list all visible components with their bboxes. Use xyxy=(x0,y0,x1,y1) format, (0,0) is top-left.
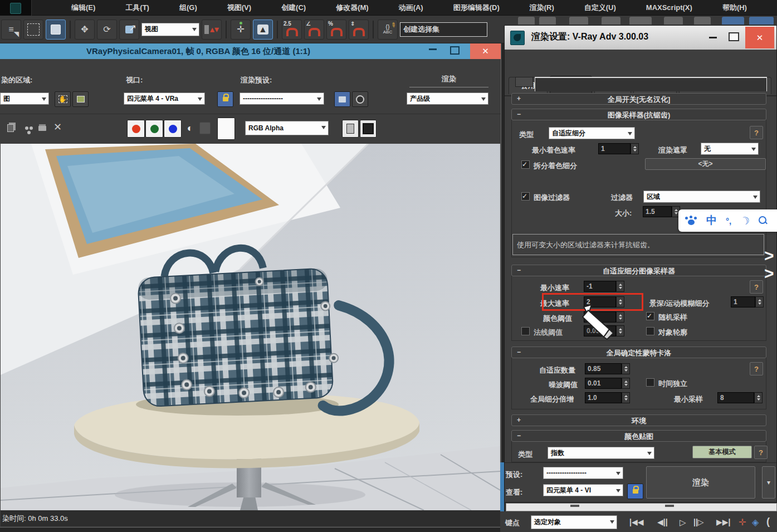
footer-lock-icon[interactable] xyxy=(627,484,643,499)
close-button[interactable]: ✕ xyxy=(470,43,501,59)
go-to-start-button[interactable]: |◀◀ xyxy=(629,518,643,526)
layers-icon[interactable] xyxy=(342,120,359,138)
menu-item-tools[interactable]: 工具(T) xyxy=(125,3,149,13)
reference-coordinate-dropdown[interactable]: 视图 xyxy=(141,23,199,36)
rotate-tool-icon[interactable]: ⟳ xyxy=(97,19,117,40)
global-subdivs-field[interactable]: 1.0 xyxy=(585,392,622,403)
rollout-adaptive-subdivision[interactable]: − 自适应细分图像采样器 xyxy=(511,265,766,276)
adaptive-amount-spinner[interactable] xyxy=(622,363,630,374)
clear-icon[interactable]: ✕ xyxy=(50,120,65,134)
ime-punctuation-toggle[interactable]: °, xyxy=(726,216,731,226)
filter-size-field[interactable]: 1.5 xyxy=(643,206,672,217)
help-button[interactable]: ? xyxy=(754,446,768,459)
mirror-icon[interactable]: ▴▾ xyxy=(202,19,222,40)
rollout-image-sampler[interactable]: − 图像采样器(抗锯齿) xyxy=(511,109,766,120)
render-dropdown-arrow-button[interactable]: ▾ xyxy=(762,466,775,499)
global-subdivs-spinner[interactable] xyxy=(622,392,630,403)
named-selection-sets-icon[interactable]: {} ABC ✎ xyxy=(378,19,398,40)
filter-dropdown[interactable]: 区域 xyxy=(643,191,760,203)
clear-color-swatch[interactable] xyxy=(217,118,235,140)
minimize-icon[interactable] xyxy=(429,48,437,50)
noise-threshold-spinner[interactable] xyxy=(622,378,630,389)
blue-channel-icon[interactable] xyxy=(164,120,182,138)
menu-item-views[interactable]: 视图(V) xyxy=(227,3,251,13)
ime-bar[interactable]: 中 °, ☽ xyxy=(678,209,777,232)
ime-night-mode-icon[interactable]: ☽ xyxy=(739,213,752,228)
help-button[interactable]: ? xyxy=(750,280,763,294)
max-rate-spinner[interactable] xyxy=(616,296,624,308)
angle-snap-icon[interactable]: ∠ xyxy=(304,19,324,40)
keyboard-shortcut-override-toggle[interactable]: ▲ xyxy=(253,19,273,40)
footer-view-dropdown[interactable]: 四元菜单 4 - VI xyxy=(543,484,623,496)
move-tool-icon[interactable]: ✥ xyxy=(75,19,95,40)
snaps-toggle-icon[interactable]: 2.5 xyxy=(282,19,302,40)
divide-shading-checkbox[interactable] xyxy=(521,160,530,169)
next-frame-button[interactable]: ||▷ xyxy=(693,518,704,526)
color-threshold-field[interactable]: 0. xyxy=(584,311,616,323)
dialog-minimize-icon[interactable] xyxy=(709,37,717,38)
menu-item-rendering[interactable]: 渲染(R) xyxy=(530,3,554,13)
normal-threshold-spinner[interactable] xyxy=(616,325,624,336)
menu-item-create[interactable]: 创建(C) xyxy=(281,3,306,13)
render-window-titlebar[interactable]: VRayPhysicalCamera01, 帧 0, RGBA 颜色 16 位/… xyxy=(0,43,501,59)
min-shading-rate-field[interactable]: 1 xyxy=(598,143,631,154)
rollout-color-mapping[interactable]: − 颜色贴图 xyxy=(511,430,766,442)
footer-preset-dropdown[interactable]: ------------------ xyxy=(543,467,623,479)
normal-threshold-field[interactable]: 0.05 xyxy=(584,325,616,336)
sampler-type-dropdown[interactable]: 自适应细分 xyxy=(549,127,635,139)
rectangular-selection-icon[interactable] xyxy=(23,19,43,40)
app-button[interactable] xyxy=(0,0,32,16)
print-icon[interactable] xyxy=(35,121,50,135)
ime-search-icon[interactable] xyxy=(759,216,768,225)
go-to-end-button[interactable]: ▶▶| xyxy=(716,518,730,526)
scale-tool-icon[interactable]: ↗ xyxy=(119,19,139,40)
key-filter-dropdown[interactable]: 选定对象 xyxy=(531,515,617,529)
clone-buffer-icon[interactable] xyxy=(3,121,18,135)
menu-item-edit[interactable]: 编辑(E) xyxy=(71,3,95,13)
adaptive-amount-field[interactable]: 0.85 xyxy=(585,363,622,374)
ime-language-toggle[interactable]: 中 xyxy=(706,213,717,228)
rollout-environment[interactable]: + 环境 xyxy=(511,414,766,426)
min-samples-field[interactable]: 8 xyxy=(717,392,754,403)
maximize-icon[interactable] xyxy=(450,46,460,55)
ime-paw-icon[interactable] xyxy=(685,216,697,226)
menu-item-graph-editors[interactable]: 图形编辑器(D) xyxy=(453,3,500,13)
min-rate-field[interactable]: -1 xyxy=(584,281,616,292)
menu-item-modifiers[interactable]: 修改器(M) xyxy=(336,3,369,13)
min-shading-rate-spinner[interactable] xyxy=(631,143,639,154)
dialog-titlebar[interactable]: 渲染设置: V-Ray Adv 3.00.03 ✕ xyxy=(505,26,776,50)
color-threshold-spinner[interactable] xyxy=(616,311,624,323)
time-independent-checkbox[interactable] xyxy=(646,378,654,387)
render-button-dialog[interactable]: 渲染 xyxy=(646,466,755,499)
randomize-samples-checkbox[interactable] xyxy=(646,312,654,320)
dof-subdivs-spinner[interactable] xyxy=(755,296,764,308)
help-button[interactable]: ? xyxy=(750,362,763,375)
image-filter-checkbox[interactable] xyxy=(521,192,530,201)
isolate-selection-icon[interactable]: ◈ xyxy=(752,517,759,528)
edit-region-icon[interactable]: ✋ xyxy=(55,91,71,107)
help-button[interactable]: ? xyxy=(750,126,763,139)
menu-item-group[interactable]: 组(G) xyxy=(179,3,197,13)
render-preset-dropdown[interactable]: ------------------ xyxy=(240,92,324,105)
track-bar[interactable] xyxy=(506,503,777,511)
previous-frame-button[interactable]: ◀|| xyxy=(657,518,668,526)
color-mapping-type-dropdown[interactable]: 指数 xyxy=(548,447,654,459)
menu-item-animation[interactable]: 动画(A) xyxy=(399,3,423,13)
menu-item-help[interactable]: 帮助(H) xyxy=(722,3,747,13)
viewport-lock-icon[interactable] xyxy=(217,91,233,107)
menu-item-maxscript[interactable]: MAXScript(X) xyxy=(646,3,692,12)
viewport-dropdown[interactable]: 四元菜单 4 - VRa xyxy=(124,92,205,105)
normal-threshold-checkbox[interactable] xyxy=(521,327,530,335)
green-channel-icon[interactable] xyxy=(145,120,163,138)
render-button-top[interactable]: 渲染 xyxy=(409,71,488,87)
area-to-render-dropdown[interactable]: 图 xyxy=(0,92,49,105)
dialog-close-button[interactable]: ✕ xyxy=(745,27,774,48)
channel-display-dropdown[interactable]: RGB Alpha xyxy=(245,121,329,135)
set-key-label[interactable]: 键点 xyxy=(505,518,520,528)
basic-mode-button[interactable]: 基本模式 xyxy=(692,446,752,458)
noise-threshold-field[interactable]: 0.01 xyxy=(585,378,622,389)
save-image-icon[interactable] xyxy=(334,91,350,107)
render-mask-none-button[interactable]: <无> xyxy=(645,158,766,170)
min-samples-spinner[interactable] xyxy=(754,392,763,403)
render-mode-dropdown[interactable]: 产品级 xyxy=(407,92,488,105)
